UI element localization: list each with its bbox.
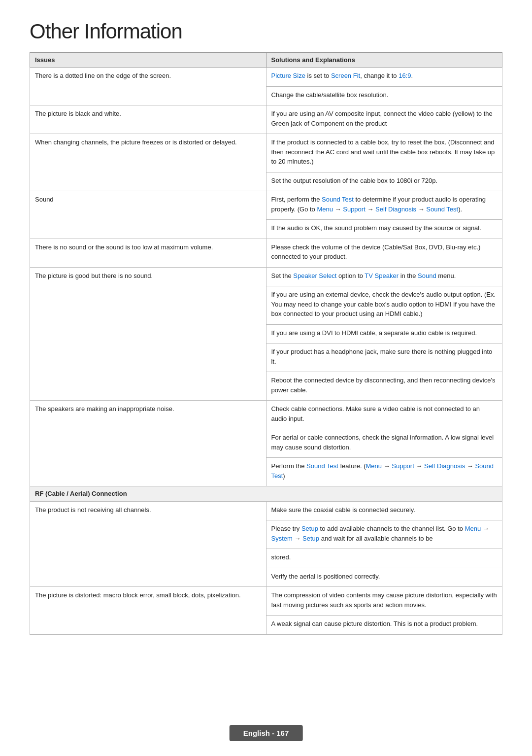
solution-text: Set the Speaker Select option to TV Spea… <box>271 271 498 281</box>
solution-cell: If the audio is OK, the sound problem ma… <box>266 220 502 239</box>
inline-link[interactable]: Menu <box>366 462 382 470</box>
solution-cell: If you are using a DVI to HDMI cable, a … <box>266 324 502 344</box>
inline-link[interactable]: Support <box>343 206 366 213</box>
page-footer: English - 167 <box>230 725 303 741</box>
issue-cell: The picture is black and white. <box>30 105 266 134</box>
solution-cell: Set the Speaker Select option to TV Spea… <box>266 267 502 286</box>
inline-text: → <box>465 462 475 470</box>
inline-text: and wait for all available channels to b… <box>319 535 433 542</box>
solution-cell: Set the output resolution of the cable b… <box>266 172 502 191</box>
inline-text: menu. <box>436 272 456 279</box>
issues-table: Issues Solutions and Explanations There … <box>30 52 502 635</box>
solution-text: Make sure the coaxial cable is connected… <box>271 505 498 515</box>
solution-cell: If your product has a headphone jack, ma… <box>266 344 502 372</box>
inline-link[interactable]: Sound Test <box>306 462 338 470</box>
solution-text: Change the cable/satellite box resolutio… <box>271 90 498 100</box>
issue-cell: The picture is distorted: macro block er… <box>30 587 266 635</box>
inline-link[interactable]: Sound <box>418 272 436 279</box>
inline-text: Set the <box>271 272 294 279</box>
inline-text: → <box>481 525 489 532</box>
inline-text: ). <box>458 206 462 213</box>
inline-text: to add available channels to the channel… <box>318 525 465 532</box>
issue-cell: The speakers are making an inappropriate… <box>30 401 266 486</box>
inline-link[interactable]: Screen Fit <box>331 72 360 79</box>
separator-row: RF (Cable / Aerial) Connection <box>30 486 502 502</box>
solution-cell: First, perform the Sound Test to determi… <box>266 191 502 220</box>
col-solutions-header: Solutions and Explanations <box>266 53 502 68</box>
solution-cell: Change the cable/satellite box resolutio… <box>266 86 502 105</box>
col-issues-header: Issues <box>30 53 266 68</box>
inline-text: → <box>293 535 302 542</box>
table-row: There is a dotted line on the edge of th… <box>30 68 502 87</box>
table-row: The product is not receiving all channel… <box>30 501 502 520</box>
inline-link[interactable]: Sound Test <box>322 196 354 203</box>
inline-text: Perform the <box>271 462 307 470</box>
table-row: The speakers are making an inappropriate… <box>30 401 502 429</box>
issue-cell: The product is not receiving all channel… <box>30 501 266 587</box>
solution-text: If you are using an external device, che… <box>271 290 498 319</box>
inline-text: , change it to <box>360 72 399 79</box>
inline-text: → <box>366 206 375 213</box>
inline-link[interactable]: TV Speaker <box>365 272 399 279</box>
solution-text: If you are using an AV composite input, … <box>271 109 498 128</box>
solution-cell: Picture Size is set to Screen Fit, chang… <box>266 68 502 87</box>
inline-text: → <box>333 206 343 213</box>
table-row: The picture is black and white.If you ar… <box>30 105 502 134</box>
solution-cell: If you are using an external device, che… <box>266 286 502 325</box>
page-number: English - 167 <box>243 729 289 737</box>
solution-cell: Make sure the coaxial cable is connected… <box>266 501 502 520</box>
issue-cell: Sound <box>30 191 266 239</box>
solution-cell: For aerial or cable connections, check t… <box>266 429 502 458</box>
table-row: The picture is distorted: macro block er… <box>30 587 502 616</box>
solution-text: A weak signal can cause picture distorti… <box>271 619 498 629</box>
table-row: When changing channels, the picture free… <box>30 134 502 172</box>
solution-text: First, perform the Sound Test to determi… <box>271 195 498 214</box>
solution-text: stored. <box>271 552 498 562</box>
solution-text: For aerial or cable connections, check t… <box>271 433 498 452</box>
inline-link[interactable]: Sound Test <box>426 206 458 213</box>
solution-text: Please try Setup to add available channe… <box>271 524 498 543</box>
inline-link[interactable]: 16:9 <box>399 72 411 79</box>
solution-cell: stored. <box>266 549 502 568</box>
solution-cell: Check cable connections. Make sure a vid… <box>266 401 502 429</box>
inline-text: First, perform the <box>271 196 322 203</box>
solution-cell: A weak signal can cause picture distorti… <box>266 616 502 635</box>
inline-link[interactable]: Self Diagnosis <box>375 206 416 213</box>
solution-cell: Verify the aerial is positioned correctl… <box>266 568 502 587</box>
solution-cell: Reboot the connected device by disconnec… <box>266 372 502 401</box>
inline-link[interactable]: Picture Size <box>271 72 305 79</box>
inline-link[interactable]: System <box>271 535 293 542</box>
solution-text: Please check the volume of the device (C… <box>271 242 498 262</box>
solution-cell: Please try Setup to add available channe… <box>266 520 502 549</box>
solution-text: If the audio is OK, the sound problem ma… <box>271 223 498 233</box>
inline-text: feature. ( <box>338 462 366 470</box>
solution-text: If you are using a DVI to HDMI cable, a … <box>271 328 498 338</box>
inline-text: is set to <box>305 72 331 79</box>
inline-link[interactable]: Setup <box>301 525 318 532</box>
inline-link[interactable]: Self Diagnosis <box>424 462 465 470</box>
solution-text: If your product has a headphone jack, ma… <box>271 347 498 366</box>
page-title: Other Information <box>30 20 502 43</box>
solution-cell: The compression of video contents may ca… <box>266 587 502 616</box>
table-row: The picture is good but there is no soun… <box>30 267 502 286</box>
inline-text: → <box>382 462 392 470</box>
inline-text: → <box>414 462 424 470</box>
issue-cell: When changing channels, the picture free… <box>30 134 266 191</box>
inline-text: in the <box>399 272 418 279</box>
inline-link[interactable]: Support <box>392 462 414 470</box>
table-row: SoundFirst, perform the Sound Test to de… <box>30 191 502 220</box>
table-row: There is no sound or the sound is too lo… <box>30 239 502 267</box>
solution-cell: If the product is connected to a cable b… <box>266 134 502 172</box>
issue-cell: The picture is good but there is no soun… <box>30 267 266 401</box>
solution-text: Set the output resolution of the cable b… <box>271 176 498 186</box>
inline-link[interactable]: Menu <box>317 206 333 213</box>
inline-link[interactable]: Speaker Select <box>293 272 336 279</box>
inline-link[interactable]: Menu <box>465 525 481 532</box>
inline-link[interactable]: Setup <box>302 535 319 542</box>
separator-label: RF (Cable / Aerial) Connection <box>30 486 502 502</box>
solution-text: Picture Size is set to Screen Fit, chang… <box>271 71 498 81</box>
solution-text: If the product is connected to a cable b… <box>271 137 498 167</box>
issue-cell: There is no sound or the sound is too lo… <box>30 239 266 267</box>
solution-text: Perform the Sound Test feature. (Menu → … <box>271 461 498 481</box>
inline-text: ) <box>283 472 285 480</box>
